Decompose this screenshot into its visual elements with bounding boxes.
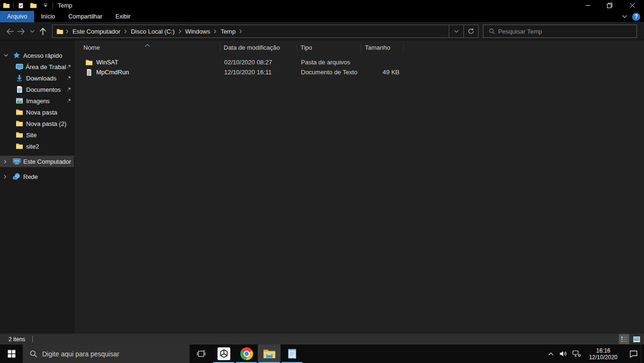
status-bar: 2 itens [0,334,644,345]
forward-button[interactable] [16,26,26,37]
ribbon-right-controls: ? [622,11,644,22]
table-row-winsat[interactable]: WinSAT 02/10/2020 08:27 Pasta de arquivo… [74,57,644,67]
taskbar-app-chrome[interactable] [235,345,258,363]
tab-arquivo[interactable]: Arquivo [0,11,34,22]
breadcrumb-temp[interactable]: Temp [219,28,237,35]
new-folder-icon[interactable] [27,0,39,11]
details-view-button[interactable] [619,334,629,344]
tab-compartilhar[interactable]: Compartilhar [62,11,109,22]
explorer-search-box[interactable] [483,25,637,38]
thumbnails-view-button[interactable] [631,334,642,344]
column-headers: Nome Data de modificação Tipo Tamanho [74,40,644,54]
pin-icon [66,64,71,69]
chevron-right-icon[interactable] [63,29,71,34]
file-type: Pasta de arquivos [297,57,361,67]
divider [32,336,33,342]
network-icon [13,173,21,180]
show-desktop-button[interactable] [641,345,644,363]
chevron-right-icon[interactable] [4,175,9,179]
column-header-tamanho[interactable]: Tamanho [361,42,404,53]
chevron-right-icon[interactable] [122,29,129,34]
column-header-data-modificacao[interactable]: Data de modificação [220,42,297,53]
ribbon-tab-bar: Arquivo Início Compartilhar Exibir ? [0,11,644,22]
start-button[interactable] [0,345,23,363]
sidebar-item-label: Área de Trabalho [26,63,66,71]
taskbar-app-file-explorer[interactable] [258,345,281,363]
action-center-icon[interactable] [629,350,638,358]
window-title: Temp [58,2,73,9]
address-bar[interactable]: Este Computador Disco Local (C:) Windows… [52,25,479,38]
pin-icon [66,87,71,92]
restore-button[interactable] [599,0,620,11]
divider [13,2,14,9]
breadcrumb-este-computador[interactable]: Este Computador [71,28,122,35]
sidebar-item-rede[interactable]: Rede [0,171,74,182]
close-button[interactable] [620,0,644,11]
sidebar-item-label: site2 [26,143,39,150]
folder-icon [16,131,24,139]
properties-icon[interactable] [15,0,27,11]
sidebar-item-nova-pasta-2[interactable]: Nova pasta (2) [0,118,74,129]
address-history-chevron-icon[interactable] [449,25,463,37]
chevron-right-icon[interactable] [237,29,245,34]
chevron-right-icon[interactable] [211,29,219,34]
sidebar-item-label: Nova pasta [26,109,57,116]
document-icon [16,86,24,93]
sidebar-item-nova-pasta[interactable]: Nova pasta [0,106,74,118]
desktop-icon [16,63,23,71]
network-tray-icon[interactable] [572,350,581,357]
sidebar-item-acesso-rapido[interactable]: Acesso rápido [0,50,74,61]
sidebar-item-este-computador[interactable]: Este Computador [0,156,74,167]
chevron-down-icon[interactable] [4,54,9,57]
sidebar-item-downloads[interactable]: Downloads [0,72,74,84]
sidebar-item-label: Documentos [26,86,61,93]
help-icon[interactable]: ? [632,13,640,21]
sidebar-item-label: Rede [23,173,38,180]
taskbar-search-box[interactable] [23,345,190,363]
tab-exibir[interactable]: Exibir [109,11,137,22]
expand-ribbon-chevron-icon[interactable] [622,13,627,20]
task-view-button[interactable] [190,345,212,363]
customize-toolbar-dropdown-icon[interactable] [39,0,52,11]
recent-locations-chevron-icon[interactable] [27,26,37,37]
window-folder-icon [0,0,12,11]
sidebar-item-label: Nova pasta (2) [26,120,66,127]
file-rows: WinSAT 02/10/2020 08:27 Pasta de arquivo… [74,57,644,77]
sidebar-item-documentos[interactable]: Documentos [0,84,74,95]
pin-icon [66,98,71,103]
taskbar-search-input[interactable] [37,350,190,358]
volume-icon[interactable] [559,350,567,357]
chevron-right-icon[interactable] [176,29,184,34]
tab-inicio[interactable]: Início [34,11,62,22]
sidebar-item-site2[interactable]: site2 [0,141,74,152]
system-tray: 16:16 12/10/2020 [548,345,641,363]
file-size: 49 KB [361,67,404,77]
up-button[interactable] [38,26,48,37]
taskbar-clock[interactable]: 16:16 12/10/2020 [586,347,620,361]
sidebar-item-label: Acesso rápido [23,52,62,59]
breadcrumb-windows[interactable]: Windows [184,28,212,35]
table-row-mpcmdrun[interactable]: MpCmdRun 12/10/2020 16:11 Documento de T… [74,67,644,77]
pictures-icon [16,97,24,105]
hidden-icons-chevron-icon[interactable] [548,352,554,356]
sidebar-item-imagens[interactable]: Imagens [0,95,74,106]
navigation-pane: Acesso rápido Área de Trabalho Downloads [0,40,74,334]
sidebar-item-area-de-trabalho[interactable]: Área de Trabalho [0,61,74,72]
folder-icon [16,108,24,116]
column-header-tipo[interactable]: Tipo [297,42,361,53]
sort-ascending-icon [145,41,150,48]
sidebar-item-site[interactable]: Site [0,129,74,141]
clock-time: 16:16 [589,347,617,354]
explorer-search-input[interactable] [495,28,636,35]
breadcrumb-disco-local[interactable]: Disco Local (C:) [129,28,176,35]
refresh-icon[interactable] [463,25,478,37]
file-modified: 02/10/2020 08:27 [220,57,297,67]
taskbar-empty-area [303,345,548,363]
minimize-button[interactable] [577,0,599,11]
sidebar-item-label: Site [26,132,36,139]
chevron-right-icon[interactable] [4,159,9,164]
taskbar-app-unity[interactable] [212,345,235,363]
back-button[interactable] [5,26,15,37]
search-icon [29,350,37,358]
taskbar-app-notepad[interactable] [281,345,303,363]
